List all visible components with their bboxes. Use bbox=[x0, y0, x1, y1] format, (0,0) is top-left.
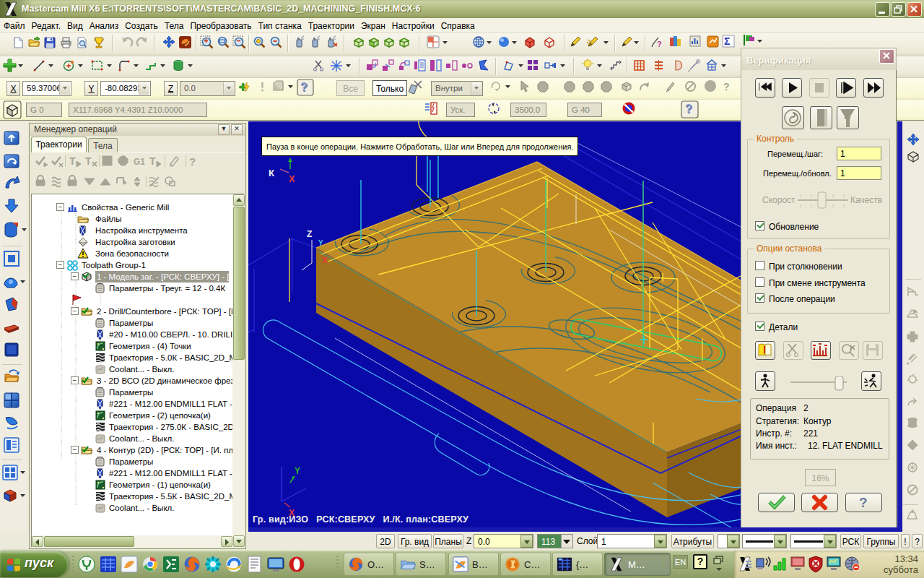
svg-text:T: T bbox=[85, 155, 92, 167]
svg-text:T: T bbox=[69, 155, 76, 167]
svg-text:X: X bbox=[322, 255, 328, 265]
svg-text:T: T bbox=[149, 155, 156, 167]
svg-text:X: X bbox=[289, 173, 295, 184]
svg-text:Y: Y bbox=[295, 466, 300, 476]
svg-text:?: ? bbox=[723, 81, 730, 92]
svg-text:?: ? bbox=[685, 103, 692, 115]
svg-text:К: К bbox=[269, 168, 274, 178]
svg-text:G1: G1 bbox=[134, 157, 145, 167]
svg-text:?: ? bbox=[300, 81, 308, 93]
svg-text:?: ? bbox=[859, 495, 868, 510]
svg-text:?: ? bbox=[189, 155, 196, 168]
svg-text:Y: Y bbox=[318, 239, 323, 247]
svg-text:Z: Z bbox=[307, 229, 312, 239]
svg-text:Σ: Σ bbox=[724, 35, 730, 47]
svg-text:?: ? bbox=[657, 40, 662, 48]
